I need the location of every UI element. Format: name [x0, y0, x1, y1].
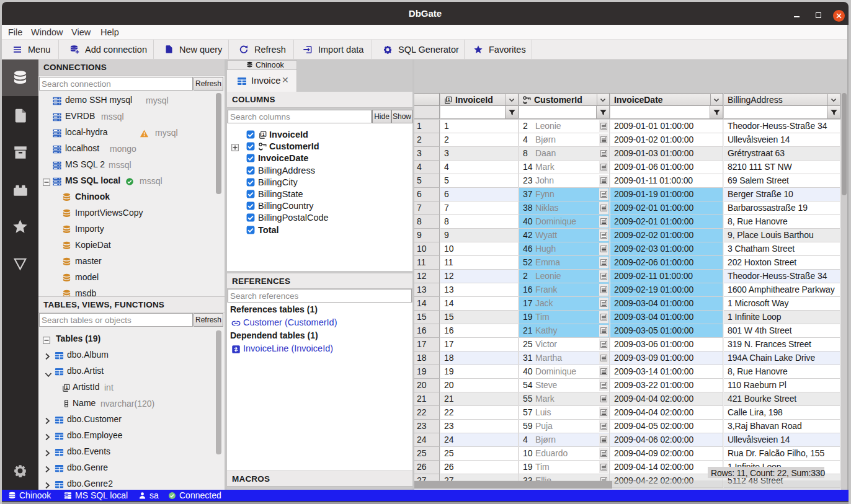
- svg-text:1: 1: [448, 97, 450, 102]
- svg-text:1: 1: [262, 132, 265, 136]
- svg-text:1: 1: [66, 385, 68, 389]
